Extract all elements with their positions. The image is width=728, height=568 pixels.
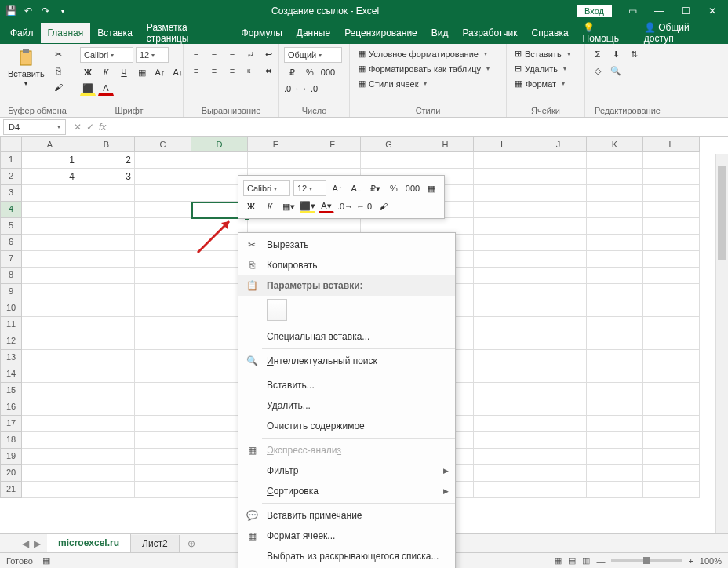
- cell-L11[interactable]: [643, 317, 700, 333]
- autosum-icon[interactable]: Σ: [590, 47, 606, 61]
- redo-icon[interactable]: ↷: [39, 5, 52, 17]
- cell-A6[interactable]: [22, 235, 78, 251]
- cell-J1[interactable]: [530, 152, 587, 169]
- cell-A10[interactable]: [22, 300, 78, 317]
- cell-H1[interactable]: [417, 152, 474, 169]
- align-bot-icon[interactable]: ≡: [224, 47, 240, 61]
- merge-icon[interactable]: ⬌: [260, 64, 276, 78]
- tab-review[interactable]: Рецензирование: [337, 23, 424, 43]
- cell-C15[interactable]: [135, 383, 191, 399]
- cell-C1[interactable]: [135, 152, 191, 169]
- cell-B14[interactable]: [78, 366, 135, 383]
- cell-C5[interactable]: [135, 218, 191, 235]
- cell-A1[interactable]: 1: [22, 152, 78, 169]
- cell-J4[interactable]: [530, 202, 587, 218]
- mini-decimal-dec-icon[interactable]: ←.0: [356, 199, 372, 213]
- cell-I3[interactable]: [474, 185, 530, 202]
- format-painter-icon[interactable]: 🖌: [51, 80, 67, 94]
- macro-record-icon[interactable]: ▦: [42, 555, 50, 566]
- cell-K6[interactable]: [587, 235, 643, 251]
- cell-K15[interactable]: [587, 383, 643, 399]
- cell-J11[interactable]: [530, 317, 587, 333]
- font-size-combo[interactable]: 12▾: [136, 47, 169, 63]
- percent-icon[interactable]: %: [302, 65, 318, 79]
- cell-L18[interactable]: [643, 432, 700, 449]
- tab-home[interactable]: Главная: [41, 23, 91, 43]
- col-header-K[interactable]: K: [587, 137, 643, 152]
- new-sheet-icon[interactable]: ⊕: [180, 538, 203, 549]
- cell-A15[interactable]: [22, 383, 78, 399]
- mini-bold-icon[interactable]: Ж: [243, 199, 259, 213]
- tab-help[interactable]: Справка: [525, 23, 576, 43]
- cell-styles-button[interactable]: ▦ Стили ячеек ▾: [355, 77, 430, 90]
- row-header-1[interactable]: 1: [0, 152, 22, 169]
- cell-C8[interactable]: [135, 268, 191, 284]
- menu-smart-lookup[interactable]: 🔍Интеллектуальный поиск: [238, 351, 455, 371]
- sort-filter-icon[interactable]: ⇅: [626, 47, 642, 61]
- cell-C20[interactable]: [135, 465, 191, 482]
- save-icon[interactable]: 💾: [5, 5, 17, 17]
- cell-K4[interactable]: [587, 202, 643, 218]
- tab-file[interactable]: Файл: [3, 23, 41, 43]
- indent-dec-icon[interactable]: ⇤: [242, 64, 258, 78]
- cell-I15[interactable]: [474, 383, 530, 399]
- mini-percent-icon[interactable]: %: [386, 181, 402, 195]
- cell-C9[interactable]: [135, 284, 191, 300]
- cell-B18[interactable]: [78, 432, 135, 449]
- cell-C7[interactable]: [135, 251, 191, 268]
- cell-E1[interactable]: [248, 152, 304, 169]
- cell-A2[interactable]: 4: [22, 169, 78, 185]
- cell-A13[interactable]: [22, 350, 78, 366]
- cell-C21[interactable]: [135, 482, 191, 498]
- cell-I5[interactable]: [474, 218, 530, 235]
- cell-J20[interactable]: [530, 465, 587, 482]
- sheet-tab-list2[interactable]: Лист2: [131, 535, 180, 552]
- menu-paste-special[interactable]: Специальная вставка...: [238, 326, 455, 347]
- cell-A18[interactable]: [22, 432, 78, 449]
- cell-A3[interactable]: [22, 185, 78, 202]
- cell-K1[interactable]: [587, 152, 643, 169]
- row-header-10[interactable]: 10: [0, 300, 22, 317]
- row-header-3[interactable]: 3: [0, 185, 22, 202]
- cell-B15[interactable]: [78, 383, 135, 399]
- delete-cells-button[interactable]: ⊟ Удалить ▾: [511, 62, 570, 75]
- font-color-button[interactable]: A: [98, 82, 114, 96]
- format-cells-button[interactable]: ▦ Формат ▾: [511, 77, 568, 90]
- cell-A4[interactable]: [22, 202, 78, 218]
- inc-decimal-icon[interactable]: .0→: [284, 82, 300, 96]
- row-header-20[interactable]: 20: [0, 465, 22, 482]
- cell-L13[interactable]: [643, 350, 700, 366]
- row-header-12[interactable]: 12: [0, 333, 22, 350]
- fill-icon[interactable]: ⬇: [608, 47, 624, 61]
- cell-B4[interactable]: [78, 202, 135, 218]
- col-header-J[interactable]: J: [530, 137, 587, 152]
- cell-A14[interactable]: [22, 366, 78, 383]
- cell-L19[interactable]: [643, 449, 700, 465]
- cell-I17[interactable]: [474, 416, 530, 432]
- dec-decimal-icon[interactable]: ←.0: [302, 82, 318, 96]
- cell-K9[interactable]: [587, 284, 643, 300]
- cell-J21[interactable]: [530, 482, 587, 498]
- row-header-5[interactable]: 5: [0, 218, 22, 235]
- cell-A7[interactable]: [22, 251, 78, 268]
- row-header-15[interactable]: 15: [0, 383, 22, 399]
- cell-B9[interactable]: [78, 284, 135, 300]
- cell-L20[interactable]: [643, 465, 700, 482]
- qat-more-icon[interactable]: ▾: [56, 5, 69, 17]
- cell-B21[interactable]: [78, 482, 135, 498]
- cell-L5[interactable]: [643, 218, 700, 235]
- menu-format-cells[interactable]: ▦Формат ячеек...: [238, 526, 455, 546]
- conditional-formatting-button[interactable]: ▦ Условное форматирование ▾: [355, 47, 490, 60]
- cell-L4[interactable]: [643, 202, 700, 218]
- cell-A9[interactable]: [22, 284, 78, 300]
- zoom-in-icon[interactable]: +: [688, 556, 693, 566]
- cell-L15[interactable]: [643, 383, 700, 399]
- cell-L16[interactable]: [643, 399, 700, 416]
- menu-insert-comment[interactable]: 💬Вставить примечание: [238, 505, 455, 526]
- tab-insert[interactable]: Вставка: [90, 23, 140, 43]
- cell-J2[interactable]: [530, 169, 587, 185]
- cell-L21[interactable]: [643, 482, 700, 498]
- format-as-table-button[interactable]: ▦ Форматировать как таблицу ▾: [355, 62, 493, 75]
- cell-J16[interactable]: [530, 399, 587, 416]
- cell-A20[interactable]: [22, 465, 78, 482]
